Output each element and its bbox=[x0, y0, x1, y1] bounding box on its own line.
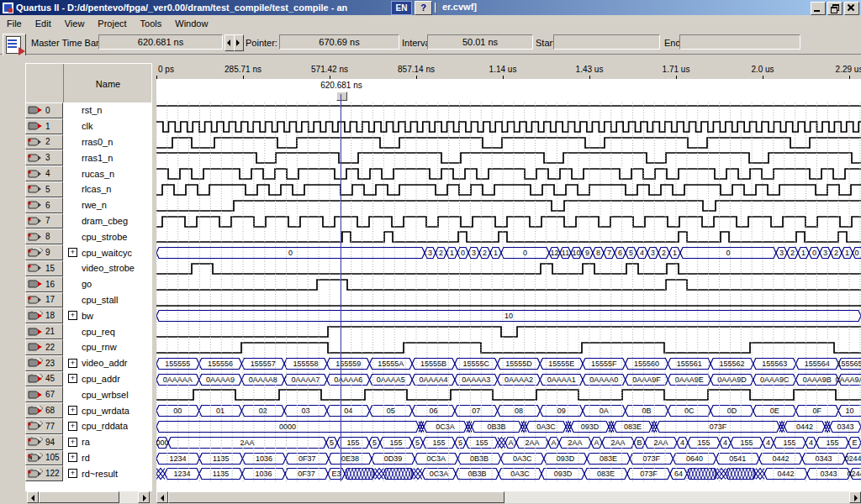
signal-name-cell[interactable]: +cpu_addr bbox=[63, 371, 151, 387]
expand-button[interactable]: + bbox=[68, 438, 77, 447]
expand-button[interactable]: + bbox=[68, 469, 77, 478]
name-panel-hscrollbar[interactable] bbox=[27, 491, 150, 503]
signal-pin-cell[interactable]: 68 bbox=[25, 402, 63, 418]
signal-name-cell[interactable]: rwe_n bbox=[63, 197, 151, 213]
wave-hscrollbar[interactable] bbox=[156, 491, 861, 503]
name-scroll-track[interactable] bbox=[39, 491, 138, 503]
master-time-bar-field[interactable]: 620.681 ns bbox=[98, 34, 223, 50]
expand-button[interactable]: + bbox=[68, 359, 77, 368]
signal-pin-cell[interactable]: 8 bbox=[25, 228, 63, 244]
expand-button[interactable]: + bbox=[68, 422, 77, 431]
master-time-bar-handle[interactable] bbox=[336, 92, 347, 101]
signal-name-cell[interactable]: +rd~result bbox=[63, 465, 151, 481]
signal-name-cell[interactable]: cpu_stall bbox=[63, 292, 151, 308]
signal-name-cell[interactable]: cpu_rnw bbox=[63, 339, 151, 355]
signal-pin-cell[interactable]: 77 bbox=[25, 418, 63, 434]
name-scroll-thumb[interactable] bbox=[39, 491, 119, 503]
timeline-tick-label: 571.42 ns bbox=[304, 65, 355, 74]
signal-name-label: rwe_n bbox=[82, 200, 107, 210]
signal-pin-cell[interactable]: 5 bbox=[25, 181, 63, 197]
signal-name-cell[interactable]: +rd bbox=[63, 450, 151, 466]
signal-name-cell[interactable]: +cpu_rddata bbox=[63, 418, 151, 434]
signal-name-cell[interactable]: +video_addr bbox=[63, 355, 151, 371]
menu-edit[interactable]: Edit bbox=[29, 17, 58, 30]
expand-button[interactable]: + bbox=[68, 248, 77, 257]
signal-pin-cell[interactable]: 1 bbox=[25, 118, 63, 134]
waveform-display-area[interactable]: 0321032101211109876543210321032101015555… bbox=[156, 102, 861, 491]
signal-pin-cell[interactable]: 16 bbox=[25, 276, 63, 292]
signal-name-cell[interactable]: clk bbox=[63, 118, 151, 134]
signal-pin-cell[interactable]: 9 bbox=[25, 244, 63, 260]
signal-pin-cell[interactable]: 122 bbox=[25, 465, 63, 481]
signal-row: 122+rd~result bbox=[25, 465, 151, 481]
signal-name-label: rd~result bbox=[82, 469, 118, 479]
menu-file[interactable]: File bbox=[0, 17, 29, 30]
signal-pin-cell[interactable]: 45 bbox=[25, 371, 63, 387]
wave-scroll-right-button[interactable] bbox=[849, 491, 861, 503]
signal-pin-cell[interactable]: 6 bbox=[25, 197, 63, 213]
menu-tools[interactable]: Tools bbox=[134, 17, 169, 30]
signal-pin-cell[interactable]: 22 bbox=[25, 339, 63, 355]
signal-name-cell[interactable]: rucas_n bbox=[63, 165, 151, 181]
wave-scroll-track[interactable] bbox=[168, 491, 849, 503]
master-time-bar-next-button[interactable] bbox=[234, 34, 244, 51]
signal-row: 67cpu_wrbsel bbox=[25, 386, 151, 402]
name-scroll-right-button[interactable] bbox=[138, 491, 150, 503]
signal-name-cell[interactable]: rras0_n bbox=[63, 134, 151, 150]
close-button[interactable] bbox=[844, 2, 859, 15]
signal-name-cell[interactable]: rlcas_n bbox=[63, 181, 151, 197]
minimize-button[interactable] bbox=[811, 2, 826, 15]
signal-pin-cell[interactable]: 0 bbox=[25, 102, 63, 118]
name-scroll-left-button[interactable] bbox=[27, 491, 39, 503]
signal-name-label: rucas_n bbox=[82, 169, 114, 179]
menu-project[interactable]: Project bbox=[91, 17, 133, 30]
waveform-editor: Name 0rst_n1clk2rras0_n3rras1_n4rucas_n5… bbox=[0, 55, 861, 504]
signal-pin-cell[interactable]: 21 bbox=[25, 323, 63, 339]
help-icon[interactable]: ? bbox=[415, 1, 432, 15]
window-title: Quartus II - D:/d/pentevo/fpga/_ver0.00/… bbox=[16, 3, 347, 13]
menu-view[interactable]: View bbox=[58, 17, 92, 30]
menu-window[interactable]: Window bbox=[168, 17, 214, 30]
signal-row: 45+cpu_addr bbox=[25, 371, 151, 387]
signal-name-cell[interactable]: go bbox=[63, 276, 151, 292]
restore-button[interactable] bbox=[827, 2, 843, 15]
grid-lines bbox=[156, 102, 861, 481]
master-time-bar-strip[interactable]: 620.681 ns bbox=[156, 79, 861, 104]
signal-number: 45 bbox=[45, 374, 55, 383]
signal-pin-cell[interactable]: 2 bbox=[25, 134, 63, 150]
signal-pin-cell[interactable]: 67 bbox=[25, 386, 63, 402]
signal-name-cell[interactable]: +cpu_waitcyc bbox=[63, 244, 151, 260]
signal-name-cell[interactable]: cpu_wrbsel bbox=[63, 386, 151, 402]
signal-pin-cell[interactable]: 17 bbox=[25, 292, 63, 308]
signal-name-cell[interactable]: rst_n bbox=[63, 102, 151, 118]
expand-button[interactable]: + bbox=[68, 406, 77, 415]
out-pin-icon-group bbox=[28, 469, 44, 479]
signal-name-cell[interactable]: dram_cbeg bbox=[63, 213, 151, 229]
signal-pin-cell[interactable]: 15 bbox=[25, 260, 63, 276]
toolbar-grip[interactable] bbox=[435, 3, 439, 13]
signal-name-label: cpu_wrbsel bbox=[82, 390, 129, 400]
language-bar-badge[interactable]: EN bbox=[391, 1, 412, 15]
signal-name-cell[interactable]: rras1_n bbox=[63, 150, 151, 165]
signal-name-cell[interactable]: +bw bbox=[63, 307, 151, 323]
expand-button[interactable]: + bbox=[68, 311, 77, 320]
signal-row: 23+video_addr bbox=[25, 355, 151, 371]
signal-pin-cell[interactable]: 3 bbox=[25, 150, 63, 165]
expand-button[interactable]: + bbox=[68, 374, 77, 383]
expand-button[interactable]: + bbox=[68, 453, 77, 462]
wave-scroll-left-button[interactable] bbox=[156, 491, 168, 503]
signal-pin-cell[interactable]: 7 bbox=[25, 213, 63, 229]
signal-name-cell[interactable]: +ra bbox=[63, 434, 151, 450]
signal-name-cell[interactable]: cpu_req bbox=[63, 323, 151, 339]
signal-pin-cell[interactable]: 94 bbox=[25, 434, 63, 450]
signal-pin-cell[interactable]: 105 bbox=[25, 450, 63, 466]
signal-pin-cell[interactable]: 18 bbox=[25, 307, 63, 323]
waveform-file-icon[interactable] bbox=[3, 34, 26, 57]
signal-name-label: video_strobe bbox=[82, 263, 135, 273]
signal-name-cell[interactable]: video_strobe bbox=[63, 260, 151, 276]
wave-scroll-thumb[interactable] bbox=[168, 491, 504, 503]
signal-pin-cell[interactable]: 4 bbox=[25, 165, 63, 181]
signal-name-cell[interactable]: cpu_strobe bbox=[63, 228, 151, 244]
signal-name-cell[interactable]: +cpu_wrdata bbox=[63, 402, 151, 418]
signal-pin-cell[interactable]: 23 bbox=[25, 355, 63, 371]
